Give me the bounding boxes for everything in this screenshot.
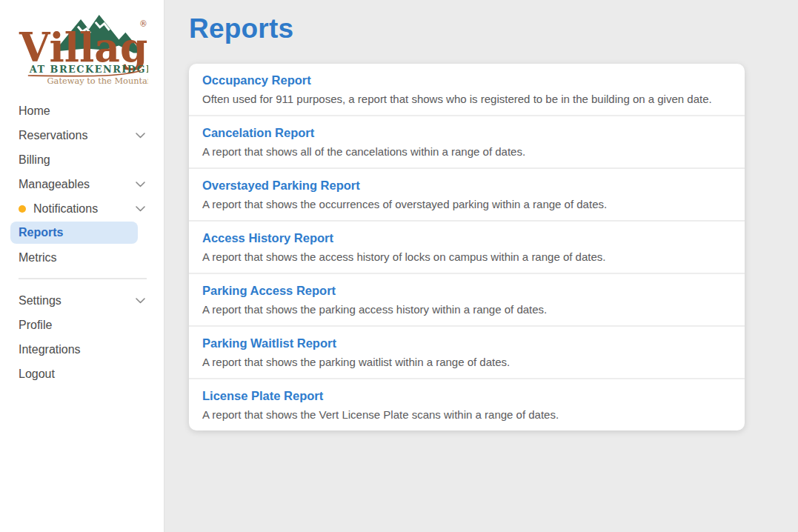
sidebar-item-label: Reservations [19,129,87,142]
sidebar-item-metrics[interactable]: Metrics [0,245,164,270]
report-title-link[interactable]: Overstayed Parking Report [202,179,360,193]
sidebar-item-manageables[interactable]: Manageables [0,172,164,196]
report-title-link[interactable]: Occupancy Report [202,73,311,87]
report-row[interactable]: Parking Access ReportA report that shows… [189,274,745,327]
sidebar-item-integrations[interactable]: Integrations [0,337,164,362]
sidebar-item-settings[interactable]: Settings [0,288,164,313]
chevron-down-icon [136,133,145,139]
report-row[interactable]: Occupancy ReportOften used for 911 purpo… [189,64,745,116]
report-description: A report that shows all of the cancelati… [202,145,731,159]
sidebar-item-label: Manageables [19,178,90,191]
chevron-down-icon [136,298,145,304]
sidebar-item-reservations[interactable]: Reservations [0,123,164,147]
chevron-down-icon [136,206,145,212]
report-row[interactable]: Cancelation ReportA report that shows al… [189,116,745,169]
report-description: A report that shows the parking access h… [202,303,731,316]
sidebar-item-label: Reports [19,226,63,239]
report-description: A report that shows the access history o… [202,250,731,264]
report-title-link[interactable]: Parking Access Report [202,284,336,298]
sidebar: Village ® AT BRECKENRIDGE Gateway to the… [0,0,164,532]
report-row[interactable]: Parking Waitlist ReportA report that sho… [189,327,745,379]
report-title-link[interactable]: Parking Waitlist Report [202,336,336,350]
logo-registered-mark: ® [139,19,147,29]
report-description: A report that shows the Vert License Pla… [202,408,731,422]
sidebar-item-label: Home [19,104,50,118]
village-logo: Village ® AT BRECKENRIDGE Gateway to the… [16,7,148,88]
notification-dot [19,205,26,213]
report-list: Occupancy ReportOften used for 911 purpo… [189,64,745,430]
report-row[interactable]: Access History ReportA report that shows… [189,222,745,274]
sidebar-divider [19,278,147,279]
logo-tagline-text: Gateway to the Mountains [47,76,147,85]
sidebar-item-label: Profile [19,319,52,332]
sidebar-item-label: Integrations [19,343,81,356]
sidebar-item-label: Metrics [19,251,57,265]
sidebar-nav-secondary: SettingsProfileIntegrationsLogout [0,288,164,386]
sidebar-item-logout[interactable]: Logout [0,362,164,386]
report-row[interactable]: Overstayed Parking ReportA report that s… [189,169,745,222]
report-title-link[interactable]: Cancelation Report [202,126,314,140]
sidebar-item-label: Notifications [33,202,98,216]
chevron-down-icon [136,182,145,187]
report-description: A report that shows the occurrences of o… [202,198,731,211]
report-title-link[interactable]: Access History Report [202,231,333,245]
sidebar-item-label: Logout [19,368,55,381]
sidebar-item-label: Billing [19,153,50,167]
village-logo-graphic: Village ® AT BRECKENRIDGE Gateway to the… [16,7,148,85]
page-title: Reports [189,13,798,44]
sidebar-item-notifications[interactable]: Notifications [0,196,164,221]
sidebar-item-reports[interactable]: Reports [10,222,138,244]
sidebar-item-profile[interactable]: Profile [0,313,164,337]
sidebar-item-label: Settings [19,294,61,307]
sidebar-item-billing[interactable]: Billing [0,147,164,172]
report-row[interactable]: License Plate ReportA report that shows … [189,379,745,430]
sidebar-nav-primary: HomeReservationsBillingManageablesNotifi… [0,99,164,270]
report-description: Often used for 911 purposes, a report th… [202,93,731,106]
report-description: A report that shows the parking waitlist… [202,356,731,369]
main-content: Reports Occupancy ReportOften used for 9… [164,0,798,532]
report-title-link[interactable]: License Plate Report [202,389,323,403]
sidebar-item-home[interactable]: Home [0,99,164,123]
